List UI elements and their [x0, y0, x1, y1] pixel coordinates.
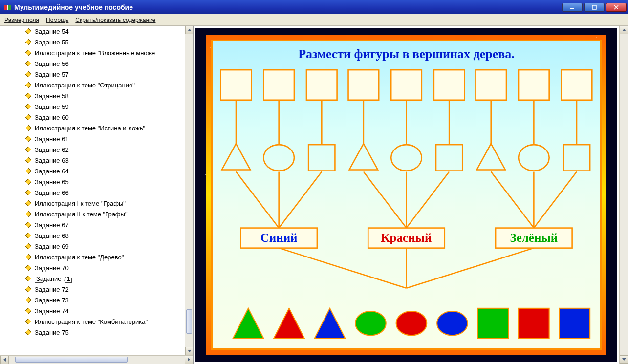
toc-item[interactable]: Задание 67 — [0, 219, 185, 230]
node-square — [436, 145, 462, 171]
toc-item[interactable]: Задание 69 — [0, 241, 185, 252]
toc-tree[interactable]: Задание 54Задание 55Иллюстрация к теме "… — [0, 26, 185, 355]
page-icon — [25, 28, 32, 35]
minimize-icon — [569, 5, 576, 10]
toc-item[interactable]: Задание 62 — [0, 144, 185, 155]
page-icon — [25, 200, 32, 207]
leaf-slot[interactable] — [519, 70, 549, 100]
palette-shape[interactable] — [355, 311, 386, 335]
toc-item[interactable]: Задание 65 — [0, 176, 185, 187]
toc-item[interactable]: Задание 75 — [0, 327, 185, 338]
svg-marker-5 — [25, 28, 31, 34]
toc-item[interactable]: Иллюстрация I к теме "Графы" — [0, 198, 185, 209]
palette-shape[interactable] — [560, 308, 590, 339]
close-button[interactable] — [606, 3, 627, 12]
chevron-right-icon — [188, 358, 190, 362]
leaf-slot[interactable] — [391, 70, 422, 100]
svg-marker-17 — [25, 157, 31, 163]
sidebar-hscrollbar[interactable] — [0, 355, 193, 364]
toc-item-label: Задание 65 — [35, 178, 69, 186]
toc-item[interactable]: Задание 60 — [0, 112, 185, 123]
toc-item[interactable]: Задание 56 — [0, 58, 185, 69]
toc-item-label: Иллюстрация к теме "Комбинаторика" — [35, 318, 148, 325]
menu-help[interactable]: Помощь — [46, 17, 68, 23]
palette-shape[interactable] — [233, 308, 264, 339]
page-icon — [25, 211, 32, 217]
scroll-right-button[interactable] — [185, 356, 193, 364]
svg-line-40 — [279, 248, 407, 288]
node-triangle — [222, 144, 250, 170]
menu-toggle-toc[interactable]: Скрыть/показать содержание — [75, 17, 155, 23]
svg-marker-11 — [25, 93, 31, 99]
page-icon — [25, 157, 32, 164]
svg-marker-13 — [25, 114, 31, 120]
toc-item[interactable]: Задание 57 — [0, 69, 185, 80]
scroll-thumb[interactable] — [186, 309, 192, 334]
page-icon — [25, 168, 32, 174]
palette-shape[interactable] — [519, 308, 549, 339]
leaf-slot[interactable] — [476, 70, 506, 100]
svg-marker-25 — [25, 243, 31, 249]
palette-shape[interactable] — [315, 308, 346, 339]
chevron-up-icon — [188, 29, 192, 31]
palette-shape[interactable] — [274, 308, 304, 339]
toc-item[interactable]: Иллюстрация к теме "Истина и ложь" — [0, 123, 185, 133]
toc-item-label: Задание 70 — [35, 264, 69, 272]
palette-shape[interactable] — [396, 311, 427, 335]
node-circle — [519, 145, 549, 171]
svg-line-37 — [236, 172, 279, 228]
toc-item[interactable]: Задание 61 — [0, 133, 185, 144]
svg-marker-24 — [25, 233, 31, 238]
toc-item[interactable]: Иллюстрация II к теме "Графы" — [0, 209, 185, 219]
toc-item[interactable]: Задание 71 — [0, 273, 185, 284]
leaf-slot[interactable] — [263, 70, 294, 100]
toc-item[interactable]: Задание 59 — [0, 101, 185, 112]
toc-item[interactable]: Задание 66 — [0, 187, 185, 198]
leaf-slot[interactable] — [434, 70, 465, 100]
sidebar-vscrollbar[interactable] — [185, 26, 193, 355]
svg-marker-23 — [25, 222, 31, 228]
toc-item[interactable]: Задание 73 — [0, 295, 185, 305]
toc-item[interactable]: Задание 54 — [0, 26, 185, 37]
leaf-slot[interactable] — [348, 70, 379, 100]
scroll-down-button[interactable] — [620, 355, 628, 364]
page-icon — [25, 103, 32, 110]
content-vscrollbar[interactable] — [619, 26, 628, 364]
scroll-thumb[interactable] — [15, 357, 128, 363]
page-icon — [25, 60, 32, 67]
toc-item[interactable]: Задание 68 — [0, 230, 185, 241]
page-icon — [25, 318, 32, 325]
leaf-slot[interactable] — [562, 70, 592, 100]
toc-item[interactable]: Задание 72 — [0, 284, 185, 295]
leaf-slot[interactable] — [221, 70, 252, 100]
leaf-slot[interactable] — [306, 70, 337, 100]
svg-marker-33 — [25, 329, 31, 335]
svg-rect-0 — [4, 5, 7, 10]
toc-item[interactable]: Задание 64 — [0, 166, 185, 176]
page-icon — [25, 114, 32, 121]
toc-item[interactable]: Задание 70 — [0, 262, 185, 273]
minimize-button[interactable] — [562, 3, 583, 12]
svg-marker-29 — [25, 286, 31, 292]
maximize-button[interactable] — [584, 3, 605, 12]
palette-shape[interactable] — [478, 308, 509, 339]
toc-item[interactable]: Иллюстрация к теме "Комбинаторика" — [0, 316, 185, 327]
scroll-up-button[interactable] — [620, 26, 628, 34]
scroll-left-button[interactable] — [0, 356, 9, 364]
toc-item-label: Задание 63 — [35, 157, 69, 164]
toc-item[interactable]: Иллюстрация к теме "Отрицание" — [0, 80, 185, 90]
toc-item[interactable]: Задание 74 — [0, 305, 185, 316]
toc-item-label: Задание 55 — [35, 39, 69, 46]
toc-item[interactable]: Задание 58 — [0, 90, 185, 101]
toc-item[interactable]: Задание 63 — [0, 155, 185, 166]
svg-marker-28 — [25, 276, 31, 281]
toc-item[interactable]: Иллюстрация к теме "Дерево" — [0, 252, 185, 262]
menu-field-size[interactable]: Размер поля — [4, 17, 39, 23]
scroll-down-button[interactable] — [185, 347, 193, 355]
svg-marker-7 — [25, 50, 31, 56]
toc-item[interactable]: Задание 55 — [0, 37, 185, 47]
category-box — [496, 228, 572, 248]
scroll-up-button[interactable] — [185, 26, 193, 34]
palette-shape[interactable] — [437, 311, 468, 335]
toc-item[interactable]: Иллюстрация к теме "Вложенные множе — [0, 47, 185, 58]
